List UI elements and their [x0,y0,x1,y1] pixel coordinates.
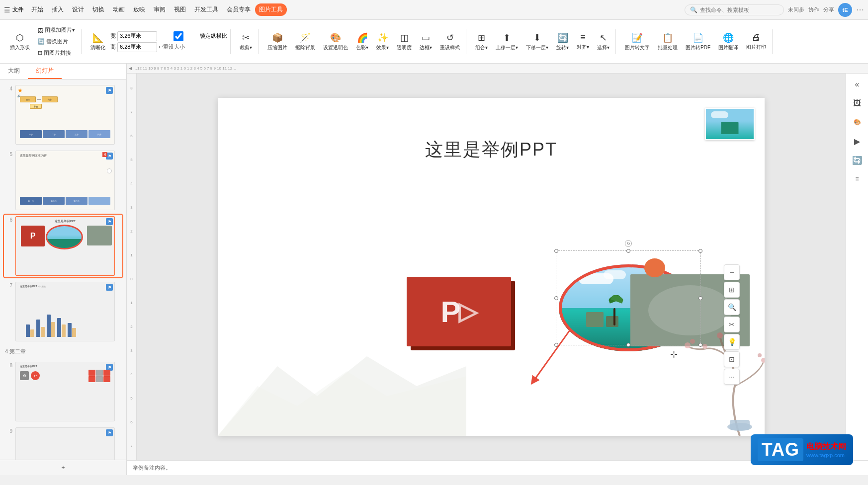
transparency-btn[interactable]: ◫ 透明度 [394,31,415,53]
color-btn[interactable]: 🌈 色彩▾ [353,31,371,53]
hamburger-icon[interactable]: ☰ [4,6,10,14]
menu-review[interactable]: 审阅 [150,3,170,16]
slide-item-4[interactable]: 4 ⚑ ★ 🔊 项目 内容 子项 [4,83,122,146]
context-toolbar: − ⊞ 🔍 ✂ 💡 ⊡ ··· [724,264,740,385]
menu-switch[interactable]: 切换 [88,3,108,16]
rt-collapse-btn[interactable]: « [848,76,866,93]
canvas-wrapper[interactable]: 这里是举例PPT P ▷ [137,74,846,460]
handle-tc[interactable] [626,249,630,253]
ppt-letter-arrow: ▷ [458,297,477,326]
height-input[interactable] [117,42,157,52]
user-avatar[interactable]: tE [838,3,852,17]
bg-remove-btn[interactable]: 🪄 抠除背景 [292,31,318,53]
slide-item-5[interactable]: 5 ⚑ 这里是举例文本内容 🅼 第一步 第二步 第三步 ····· [4,149,122,212]
slide-item-9[interactable]: 9 ⚑ [4,426,122,460]
collab-btn[interactable]: 协作 [808,6,819,13]
slide-5-radio-icon [107,168,112,173]
select-icon: ↖ [600,32,607,43]
move-down-icon: ⬇ [533,32,541,43]
chapter-2-label: 4 第二章 [4,346,122,357]
search-box[interactable]: 🔍 [685,4,784,15]
more-icon[interactable]: ⋯ [856,5,864,14]
slide-preview-5: ⚑ 这里是举例文本内容 🅼 第一步 第二步 第三步 ····· [15,151,115,210]
img-to-text-btn[interactable]: 📝 图片转文字 [622,31,653,53]
unsync-status[interactable]: 未同步 [788,6,804,13]
ctx-zoom-btn[interactable]: 🔍 [724,299,740,315]
ctx-magic-btn[interactable]: 💡 [724,334,740,350]
slide-preview-6: ⚑ 这里是举例PPT P [15,216,115,276]
menu-design[interactable]: 设计 [68,3,88,16]
slide-preview-8: ⚑ 这里是举例PPT ⚙ ↩ [15,362,115,421]
insert-shape-btn[interactable]: ⬡ 插入形状 [7,31,33,53]
add-image-btn[interactable]: 🖼 图添加图片▾ [35,25,78,35]
add-slide-btn[interactable]: + [0,460,126,475]
rt-animation-btn[interactable]: ▶ [848,132,866,150]
lock-ratio-check[interactable]: 锁定纵横比 [159,31,227,41]
img-to-pdf-btn[interactable]: 📄 图片转PDF [683,31,713,53]
select-btn[interactable]: ↖ 选择▾ [594,31,612,53]
handle-bl[interactable] [554,343,558,347]
ctx-layers-btn[interactable]: ⊞ [724,282,740,298]
island-hut-1 [586,312,604,327]
slide-item-8[interactable]: 8 ⚑ 这里是举例PPT ⚙ ↩ [4,360,122,423]
img-translate-btn[interactable]: 🌐 图片翻译 [715,31,741,53]
handle-tr[interactable] [698,249,702,253]
width-input[interactable] [117,31,157,41]
rt-arrange-btn[interactable]: ≡ [848,170,866,188]
rt-thumbnail-btn[interactable]: 🖼 [848,94,866,112]
mosaic-btn[interactable]: ⊞ 图图片拼接 [35,48,78,58]
rt-transition-btn[interactable]: 🔄 [848,151,866,169]
rotate-btn[interactable]: 🔄 旋转▾ [553,31,572,53]
group-btn[interactable]: ⊞ 组合▾ [472,31,491,53]
rotation-handle[interactable]: ↻ [625,240,632,247]
border-btn[interactable]: ▭ 边框▾ [417,31,435,53]
img-print-btn[interactable]: 🖨 图片打印 [743,31,769,52]
menu-picture-tools[interactable]: 图片工具 [255,3,287,16]
ctx-more-btn[interactable]: ··· [724,369,740,385]
insert-shape-icon: ⬡ [16,32,24,43]
slide-6-gray-rect [87,226,112,245]
reset-size-btn[interactable]: ↩重设大小 [159,43,185,51]
handle-tl[interactable] [554,249,558,253]
share-btn[interactable]: 分享 [823,6,834,13]
menu-insert[interactable]: 插入 [48,3,68,16]
ctx-grid-btn[interactable]: ⊡ [724,351,740,367]
slide-item-6[interactable]: 6 ⚑ 这里是举例PPT P [4,215,122,277]
crop-btn[interactable]: ✂ 裁剪▾ [237,31,255,53]
search-input[interactable] [700,7,775,13]
search-icon: 🔍 [690,6,697,13]
menu-dev[interactable]: 开发工具 [190,3,222,16]
ctx-crop-btn[interactable]: ✂ [724,317,740,332]
slide-6-oval [46,225,83,249]
effect-btn[interactable]: ✨ 效果▾ [373,31,392,53]
replace-image-icon: 🔄 [38,38,45,45]
cloud-2 [604,270,626,279]
rt-format-btn[interactable]: 🎨 [848,113,866,131]
menu-start[interactable]: 开始 [27,3,47,16]
slide-8-arrow-icon: ↩ [31,371,40,380]
ctx-minus-btn[interactable]: − [724,264,740,280]
slide-list: 4 ⚑ ★ 🔊 项目 内容 子项 [0,80,126,460]
menu-view[interactable]: 视图 [170,3,190,16]
reset-style-btn[interactable]: ↺ 重设样式 [437,31,463,53]
slide-item-7[interactable]: 7 ⚑ 这里是举例PPT 对比图表 [4,280,122,343]
ppt-icon[interactable]: P ▷ [407,277,511,346]
align-btn[interactable]: ≡ 对齐▾ [574,31,592,52]
tab-slides[interactable]: 幻灯片 [28,64,62,79]
lock-ratio-checkbox[interactable] [159,31,198,41]
move-up-btn[interactable]: ⬆ 上移一层▾ [493,31,521,53]
transparency-color-btn[interactable]: 🎨 设置透明色 [320,31,351,53]
tab-outline[interactable]: 大纲 [0,64,28,79]
menu-slideshow[interactable]: 放映 [129,3,149,16]
palm-trunk [613,308,615,325]
thumb-top-right[interactable] [705,108,755,140]
handle-ml[interactable] [554,296,558,300]
move-down-btn[interactable]: ⬇ 下移一层▾ [523,31,551,53]
replace-image-btn[interactable]: 🔄 替换图片 [35,36,78,47]
menu-animation[interactable]: 动画 [109,3,129,16]
compress-btn[interactable]: 📦 压缩图片 [264,31,290,53]
menu-vip[interactable]: 会员专享 [223,3,255,16]
panel-tabs: 大纲 幻灯片 [0,64,126,80]
smart-btn[interactable]: 📐 清晰化 [87,31,108,53]
batch-btn[interactable]: 📋 批量处理 [655,31,681,53]
